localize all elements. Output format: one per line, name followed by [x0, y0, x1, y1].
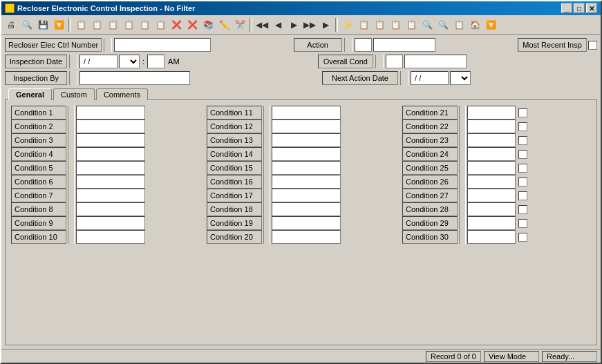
- nav-jump-button[interactable]: ▶: [318, 17, 333, 32]
- condition-24-checkbox[interactable]: [518, 150, 527, 159]
- condition-10-input[interactable]: [76, 230, 145, 244]
- maximize-button[interactable]: □: [574, 3, 585, 13]
- overall-cond-input-short[interactable]: [386, 55, 403, 68]
- condition-27-input[interactable]: [467, 189, 516, 202]
- condition-28-checkbox[interactable]: [518, 205, 527, 214]
- zoom2-button[interactable]: 🔍: [435, 17, 451, 32]
- nav-prev-button[interactable]: ◀: [270, 17, 285, 32]
- condition-1-input[interactable]: [76, 106, 145, 119]
- inspection-by-field-group: Inspection By: [5, 71, 190, 85]
- condition-25-input[interactable]: [467, 161, 516, 175]
- condition-15-input[interactable]: [272, 161, 341, 175]
- overall-cond-input[interactable]: [404, 55, 467, 68]
- condition-14-input[interactable]: [272, 147, 341, 161]
- condition-27-checkbox[interactable]: [518, 191, 527, 200]
- action-input[interactable]: [373, 38, 435, 52]
- condition-11-sep: [263, 106, 270, 119]
- condition-18-input[interactable]: [272, 202, 341, 216]
- save-button[interactable]: 💾: [35, 17, 50, 32]
- condition-23-input[interactable]: [467, 133, 516, 147]
- condition-24-input[interactable]: [467, 147, 516, 161]
- toolbar-btn-5[interactable]: 📋: [73, 17, 88, 32]
- lightning-button[interactable]: ⚡: [340, 17, 355, 32]
- condition-27-label: Condition 27: [402, 189, 458, 202]
- search-button[interactable]: 🔍: [19, 17, 35, 32]
- recloser-input[interactable]: [114, 38, 211, 52]
- condition-21-input[interactable]: [467, 106, 516, 119]
- toolbar-btn-6[interactable]: 📋: [89, 17, 104, 32]
- toolbar-btn-23[interactable]: 📋: [372, 17, 387, 32]
- nav-next-button[interactable]: ▶: [286, 17, 301, 32]
- condition-28-input[interactable]: [467, 202, 516, 216]
- toolbar-btn-28[interactable]: 📋: [451, 17, 467, 32]
- condition-19-input[interactable]: [272, 216, 341, 230]
- next-action-date-select[interactable]: [450, 71, 471, 85]
- inspection-by-input[interactable]: [79, 71, 190, 85]
- tab-custom[interactable]: Custom: [53, 88, 95, 100]
- condition-21-checkbox[interactable]: [518, 108, 527, 117]
- inspection-date-input[interactable]: [79, 55, 117, 68]
- home-button[interactable]: 🏠: [467, 17, 482, 32]
- toolbar-btn-22[interactable]: 📋: [356, 17, 371, 32]
- date-format-select[interactable]: [119, 55, 140, 68]
- condition-23-sep: [459, 133, 466, 147]
- action-input-short[interactable]: [355, 38, 372, 52]
- condition-29-input[interactable]: [467, 216, 516, 230]
- most-recent-checkbox[interactable]: [588, 41, 597, 50]
- dropdown-button[interactable]: 🔽: [483, 17, 498, 32]
- condition-8-input[interactable]: [76, 202, 145, 216]
- zoom-button[interactable]: 🔍: [420, 17, 435, 32]
- condition-6-input[interactable]: [76, 175, 145, 189]
- time-input[interactable]: [147, 55, 164, 68]
- clear-button[interactable]: ❌: [185, 17, 200, 32]
- tab-general[interactable]: General: [8, 88, 52, 100]
- list-item: Condition 13: [207, 133, 395, 147]
- overall-cond-field-group: Overall Cond: [318, 55, 467, 68]
- toolbar-btn-24[interactable]: 📋: [388, 17, 403, 32]
- close-button[interactable]: ✕: [586, 3, 597, 13]
- print-button[interactable]: 🖨: [3, 17, 19, 32]
- condition-25-checkbox[interactable]: [518, 164, 527, 173]
- condition-21-sep: [459, 106, 466, 119]
- condition-15-label: Condition 15: [207, 161, 262, 175]
- condition-29-checkbox[interactable]: [518, 219, 527, 228]
- form-row-1: Recloser Elec Ctrl Number Action Most Re…: [5, 38, 597, 52]
- edit-button[interactable]: ✏️: [216, 17, 232, 32]
- condition-11-input[interactable]: [272, 106, 341, 119]
- condition-9-input[interactable]: [76, 216, 145, 230]
- filter-button[interactable]: 🔽: [51, 17, 66, 32]
- cut-button[interactable]: ✂️: [232, 17, 247, 32]
- condition-4-input[interactable]: [76, 147, 145, 161]
- toolbar-btn-8[interactable]: 📋: [121, 17, 136, 32]
- condition-5-input[interactable]: [76, 161, 145, 175]
- window-title: Recloser Electronic Control Inspection -…: [17, 4, 195, 12]
- next-action-date-input[interactable]: [411, 71, 449, 85]
- condition-7-input[interactable]: [76, 189, 145, 202]
- nav-first-button[interactable]: ◀◀: [254, 17, 270, 32]
- condition-21-label: Condition 21: [402, 106, 458, 119]
- toolbar-btn-9[interactable]: 📋: [137, 17, 152, 32]
- minimize-button[interactable]: _: [561, 3, 572, 13]
- condition-3-input[interactable]: [76, 133, 145, 147]
- condition-22-input[interactable]: [467, 119, 516, 133]
- condition-17-input[interactable]: [272, 189, 341, 202]
- condition-30-input[interactable]: [467, 230, 516, 244]
- delete-button[interactable]: ❌: [169, 17, 184, 32]
- condition-26-checkbox[interactable]: [518, 178, 527, 186]
- condition-30-checkbox[interactable]: [518, 233, 527, 242]
- condition-22-checkbox[interactable]: [518, 122, 527, 131]
- tab-comments[interactable]: Comments: [96, 88, 148, 100]
- condition-12-input[interactable]: [272, 119, 341, 133]
- toolbar-btn-10[interactable]: 📋: [153, 17, 168, 32]
- library-button[interactable]: 📚: [200, 17, 216, 32]
- condition-2-input[interactable]: [76, 119, 145, 133]
- condition-16-input[interactable]: [272, 175, 341, 189]
- nav-last-button[interactable]: ▶▶: [302, 17, 317, 32]
- toolbar-btn-25[interactable]: 📋: [404, 17, 419, 32]
- action-sep: [344, 38, 352, 52]
- toolbar-btn-7[interactable]: 📋: [105, 17, 120, 32]
- condition-23-checkbox[interactable]: [518, 136, 527, 145]
- condition-26-input[interactable]: [467, 175, 516, 189]
- condition-20-input[interactable]: [272, 230, 341, 244]
- condition-13-input[interactable]: [272, 133, 341, 147]
